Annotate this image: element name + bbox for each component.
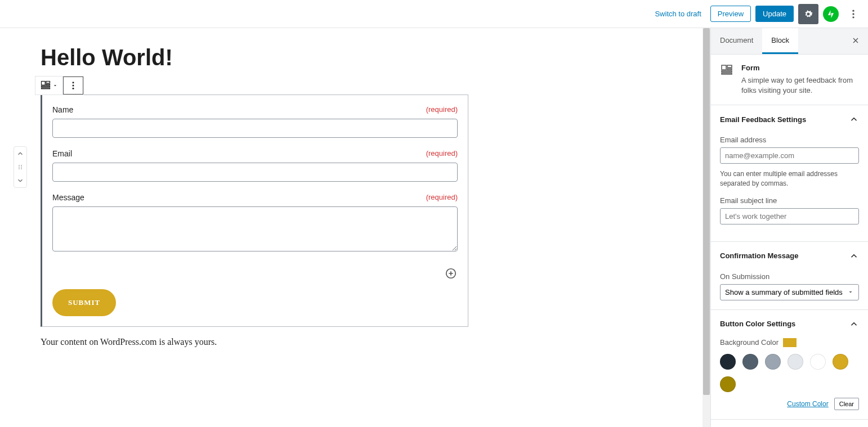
preview-button[interactable]: Preview — [710, 6, 751, 22]
required-indicator: (required) — [426, 149, 458, 158]
chevron-up-icon — [849, 319, 859, 329]
switch-to-draft-link[interactable]: Switch to draft — [655, 10, 701, 18]
required-indicator: (required) — [426, 105, 458, 114]
name-input[interactable] — [52, 119, 458, 138]
panel-header-email[interactable]: Email Feedback Settings — [711, 105, 868, 133]
subject-line-input[interactable] — [720, 208, 859, 224]
move-up-button[interactable] — [14, 147, 26, 160]
form-block-icon — [40, 80, 51, 91]
svg-point-1 — [852, 13, 854, 15]
email-input[interactable] — [52, 163, 458, 182]
color-option[interactable] — [765, 354, 781, 370]
form-field-email: Email (required) — [52, 149, 458, 182]
footer-note[interactable]: Your content on WordPress.com is always … — [41, 337, 468, 347]
svg-point-6 — [21, 167, 22, 168]
svg-point-2 — [852, 16, 854, 18]
color-option[interactable] — [810, 354, 826, 370]
jetpack-button[interactable] — [823, 6, 839, 22]
email-address-input[interactable] — [720, 147, 859, 164]
svg-rect-21 — [722, 71, 732, 72]
svg-rect-19 — [727, 65, 732, 68]
color-option[interactable] — [720, 354, 736, 370]
field-label: Name — [52, 105, 73, 114]
svg-point-0 — [852, 10, 854, 11]
email-help-text: You can enter multiple email addresses s… — [720, 169, 859, 188]
message-textarea[interactable] — [52, 206, 458, 251]
color-option[interactable] — [833, 354, 848, 370]
svg-point-15 — [73, 85, 74, 87]
svg-point-5 — [19, 167, 20, 168]
bg-color-label: Background Color — [720, 338, 778, 347]
svg-rect-11 — [46, 84, 50, 86]
tab-document[interactable]: Document — [711, 28, 762, 54]
more-options-button[interactable] — [843, 4, 863, 24]
panel-title: Button Color Settings — [720, 320, 795, 328]
move-down-button[interactable] — [14, 174, 26, 187]
svg-rect-12 — [42, 86, 50, 87]
on-submission-select[interactable]: Show a summary of submitted fields — [720, 284, 859, 300]
panel-title: Email Feedback Settings — [720, 115, 806, 124]
editor-scrollbar[interactable] — [703, 28, 710, 427]
color-option[interactable] — [742, 354, 758, 370]
form-block-icon — [720, 64, 733, 77]
svg-rect-9 — [42, 82, 46, 86]
sidebar-tabs: Document Block — [711, 28, 868, 55]
custom-color-link[interactable]: Custom Color — [787, 400, 828, 408]
on-submission-label: On Submission — [720, 272, 859, 281]
current-color-swatch — [783, 338, 797, 347]
plus-circle-icon — [445, 267, 457, 280]
field-label: Message — [52, 193, 84, 202]
subject-line-label: Email subject line — [720, 196, 859, 205]
jetpack-icon — [825, 8, 836, 20]
block-desc-text: A simple way to get feedback from folks … — [741, 75, 859, 96]
svg-point-16 — [73, 88, 74, 89]
page-title[interactable]: Hello World! — [41, 45, 468, 70]
form-block[interactable]: Name (required) Email (required) Message — [41, 95, 468, 327]
block-mover — [14, 146, 27, 188]
svg-point-4 — [21, 165, 22, 166]
svg-rect-18 — [722, 65, 726, 70]
submit-button[interactable]: SUBMIT — [52, 289, 116, 316]
color-option[interactable] — [720, 376, 736, 392]
svg-point-8 — [21, 168, 22, 169]
chevron-up-icon — [849, 114, 859, 124]
svg-rect-13 — [42, 88, 50, 89]
svg-point-3 — [19, 165, 20, 166]
panel-confirmation: Confirmation Message On Submission Show … — [711, 242, 868, 310]
more-vertical-icon — [68, 80, 78, 91]
svg-point-7 — [19, 168, 20, 169]
svg-rect-10 — [46, 82, 50, 83]
panel-header-confirmation[interactable]: Confirmation Message — [711, 242, 868, 270]
panel-title: Confirmation Message — [720, 251, 798, 260]
block-name: Form — [741, 64, 859, 72]
svg-rect-20 — [727, 69, 732, 70]
svg-rect-22 — [722, 73, 732, 74]
svg-point-14 — [73, 82, 74, 83]
block-description: Form A simple way to get feedback from f… — [711, 55, 868, 105]
settings-button[interactable] — [798, 4, 818, 24]
chevron-up-icon — [849, 251, 859, 261]
email-address-label: Email address — [720, 136, 859, 144]
field-label: Email — [52, 149, 72, 158]
editor-canvas[interactable]: Hello World! Name (required) — [0, 28, 703, 427]
chevron-down-icon — [52, 83, 58, 88]
color-option[interactable] — [788, 354, 803, 370]
form-field-message: Message (required) — [52, 193, 458, 253]
update-button[interactable]: Update — [755, 6, 794, 22]
top-toolbar: Switch to draft Preview Update — [0, 0, 868, 28]
add-field-button[interactable] — [444, 267, 458, 280]
panel-email-feedback: Email Feedback Settings Email address Yo… — [711, 105, 868, 242]
form-field-name: Name (required) — [52, 105, 458, 138]
color-palette — [720, 354, 859, 392]
close-icon — [851, 36, 860, 45]
block-more-button[interactable] — [63, 77, 83, 95]
block-type-button[interactable] — [35, 77, 63, 95]
close-sidebar-button[interactable] — [843, 29, 868, 53]
tab-block[interactable]: Block — [762, 28, 798, 54]
gear-icon — [803, 8, 814, 20]
settings-sidebar: Document Block Form A simple way to get … — [710, 28, 868, 427]
drag-handle[interactable] — [14, 160, 26, 174]
more-vertical-icon — [848, 8, 859, 20]
panel-header-button-color[interactable]: Button Color Settings — [711, 310, 868, 338]
clear-color-button[interactable]: Clear — [834, 398, 859, 410]
